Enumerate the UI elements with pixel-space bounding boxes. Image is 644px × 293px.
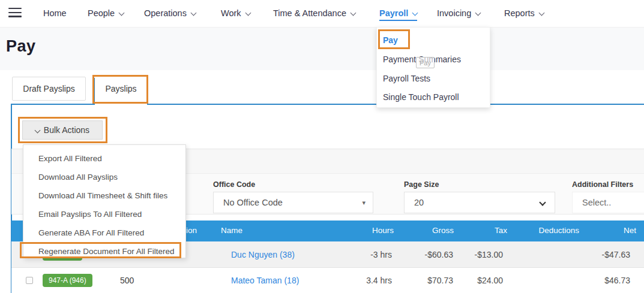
tab-label: Draft Payslips [23,84,74,93]
tab-draft-payslips[interactable]: Draft Payslips [12,77,86,101]
column-gross: Gross [432,226,454,235]
badge-label: 947-A (946) [43,274,92,287]
row-checkbox[interactable] [26,277,33,284]
active-tab-border-left [94,78,95,105]
nav-label: Time & Attendance [273,8,346,18]
menu-item-download-timesheet-shift-files[interactable]: Download All Timesheet & Shift files [38,191,167,200]
menu-item-pay[interactable]: Pay [383,35,398,45]
version-cell: 500 [120,276,134,285]
nav-label: People [88,8,115,18]
bulk-actions-label: Bulk Actions [44,125,89,135]
nav-item-reports[interactable]: Reports [504,8,544,18]
active-tab-border-right [147,78,148,105]
nav-label: Work [221,8,241,18]
additional-filters-label: Additional Filters [572,180,633,189]
office-code-select[interactable]: No Office Code ▾ [213,192,373,213]
menu-item-regenerate-document[interactable]: Regenerate Document For All Filtered [38,247,175,256]
chevron-down-icon [34,127,40,133]
chevron-down-icon [539,199,546,206]
chevron-down-icon [119,10,125,16]
hours-cell: 3.4 hrs [366,276,392,285]
nav-item-home[interactable]: Home [43,8,67,18]
nav-item-operations[interactable]: Operations [144,8,196,18]
gross-cell: -$60.63 [425,250,453,259]
page-size-select[interactable]: 20 [404,192,555,213]
net-cell: -$47.63 [602,250,630,259]
menu-item-download-all-payslips[interactable]: Download All Payslips [38,173,118,182]
tax-cell: $24.00 [477,276,503,285]
nav-item-time-attendance[interactable]: Time & Attendance [273,8,355,18]
app-window: Home People Operations Work Time & Atten… [0,0,644,293]
tab-label: Payslips [105,84,136,93]
page-size-value: 20 [414,198,424,207]
column-net: Net [624,226,636,235]
tax-cell: -$13.00 [475,250,503,259]
nav-label: Operations [144,8,187,18]
nav-label: Reports [504,8,535,18]
chevron-down-icon [190,10,196,16]
office-code-label: Office Code [213,180,255,189]
menu-item-email-payslips[interactable]: Email Payslips To All Filtered [38,210,142,219]
hamburger-menu-icon[interactable] [8,8,22,18]
column-hours: Hours [372,226,394,235]
top-navbar: Home People Operations Work Time & Atten… [0,0,644,27]
menu-item-export-all-filtered[interactable]: Export All Filtered [38,154,102,163]
additional-filters-placeholder: Select.. [582,198,611,207]
nav-label: Payroll [379,8,408,18]
office-code-value: No Office Code [223,198,283,207]
chevron-down-icon [245,10,251,16]
gross-cell: $70.73 [427,276,453,285]
payrun-badge: 947-A (946) [43,274,92,287]
nav-label: Home [43,8,67,18]
nav-label: Invoicing [437,8,471,18]
net-cell: $46.73 [604,276,630,285]
bulk-actions-menu: Export All Filtered Download All Payslip… [23,144,186,258]
employee-link[interactable]: Mateo Taman (18) [231,276,299,285]
column-name: Name [221,226,242,235]
column-tax: Tax [495,226,507,235]
page-title: Pay [6,37,36,56]
drag-ghost-tooltip: Pay [416,57,435,68]
tab-payslips[interactable]: Payslips [95,77,147,101]
column-deductions: Deductions [538,226,579,235]
nav-item-payroll[interactable]: Payroll [379,8,417,21]
active-tab-notch [94,104,148,105]
page-size-label: Page Size [404,180,439,189]
additional-filters-select[interactable]: Select.. [572,192,644,213]
dropdown-arrow-icon: ▾ [362,199,366,207]
menu-item-generate-aba[interactable]: Generate ABA For All Filtered [38,228,144,237]
chevron-down-icon [412,10,418,16]
menu-item-payroll-tests[interactable]: Payroll Tests [383,74,430,83]
hours-cell: -3 hrs [370,250,392,259]
chevron-down-icon [475,10,481,16]
employee-link[interactable]: Duc Nguyen (38) [231,250,295,259]
bulk-actions-button[interactable]: Bulk Actions [22,120,103,140]
menu-item-single-touch-payroll[interactable]: Single Touch Payroll [383,92,459,102]
chevron-down-icon [538,10,544,16]
chevron-down-icon [351,10,357,16]
nav-item-invoicing[interactable]: Invoicing [437,8,480,18]
nav-item-people[interactable]: People [88,8,124,18]
page-header-band [0,27,644,70]
table-row[interactable]: 947-A (946) 500 Mateo Taman (18) 3.4 hrs… [11,268,644,293]
nav-item-work[interactable]: Work [221,8,250,18]
